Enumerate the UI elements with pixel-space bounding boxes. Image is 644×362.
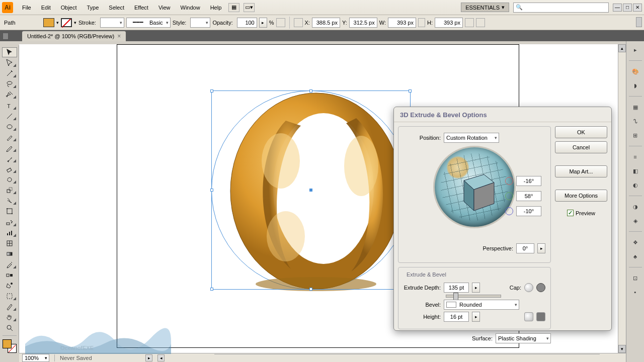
style-dropdown[interactable]	[190, 18, 210, 28]
gradient-tool[interactable]	[2, 249, 17, 259]
rotate-z-input[interactable]	[516, 206, 541, 216]
magic-wand-tool[interactable]	[2, 68, 17, 78]
transform-icon[interactable]	[294, 18, 303, 27]
align-icon[interactable]	[465, 18, 474, 27]
status-menu-button[interactable]: ▸	[145, 354, 152, 361]
bridge-icon[interactable]: ▦	[228, 3, 239, 12]
rotation-trackball[interactable]	[433, 146, 516, 228]
direct-selection-tool[interactable]	[2, 58, 17, 68]
eraser-tool[interactable]	[2, 164, 17, 174]
ok-button[interactable]: OK	[555, 126, 607, 138]
line-tool[interactable]	[2, 111, 17, 121]
menu-edit[interactable]: Edit	[36, 3, 56, 13]
bevel-dropdown[interactable]: Rounded	[444, 300, 519, 310]
pencil-tool[interactable]	[2, 143, 17, 153]
cap-off-icon[interactable]	[536, 283, 545, 292]
link-wh-icon[interactable]	[418, 18, 425, 27]
x-input[interactable]	[312, 18, 340, 28]
blend-tool[interactable]	[2, 270, 17, 280]
selection-bounding-box[interactable]	[211, 90, 411, 290]
cancel-button[interactable]: Cancel	[555, 141, 607, 153]
hscroll-left-button[interactable]: ◂	[157, 354, 165, 361]
fill-swatch[interactable]	[43, 18, 54, 27]
surface-dropdown[interactable]: Plastic Shading	[496, 333, 551, 343]
perspective-stepper[interactable]: ▸	[537, 243, 545, 253]
free-transform-tool[interactable]	[2, 206, 17, 216]
isolate-icon[interactable]	[476, 18, 485, 27]
selection-tool[interactable]	[2, 47, 17, 57]
symbols-panel-icon[interactable]: ⊞	[629, 130, 641, 141]
menu-view[interactable]: View	[153, 3, 176, 13]
horizontal-scrollbar[interactable]	[214, 354, 600, 362]
scroll-down-button[interactable]: ▾	[618, 345, 626, 353]
slice-tool[interactable]	[2, 302, 17, 312]
appearance-panel-icon[interactable]: ◑	[629, 201, 641, 212]
type-tool[interactable]: T	[2, 100, 17, 110]
document-tab[interactable]: Untitled-2* @ 100% (RGB/Preview) ×	[22, 31, 126, 41]
maximize-button[interactable]: □	[623, 4, 632, 12]
more-options-button[interactable]: More Options	[555, 190, 607, 202]
menu-type[interactable]: Type	[82, 3, 104, 13]
lasso-tool[interactable]	[2, 79, 17, 89]
map-art-button[interactable]: Map Art...	[555, 165, 607, 177]
transparency-panel-icon[interactable]: ◐	[629, 179, 641, 191]
depth-stepper[interactable]: ▸	[472, 283, 480, 293]
arrange-icon[interactable]: ▭▾	[244, 3, 255, 12]
vertical-scrollbar[interactable]: ▴ ▾	[618, 44, 626, 353]
height-stepper[interactable]: ▸	[472, 312, 480, 322]
minimize-button[interactable]: —	[613, 4, 622, 12]
position-dropdown[interactable]: Custom Rotation	[444, 133, 499, 143]
rotate-x-input[interactable]	[516, 176, 541, 186]
gradient-panel-icon[interactable]: ◧	[629, 165, 641, 176]
paintbrush-tool[interactable]	[2, 132, 17, 142]
w-input[interactable]	[388, 18, 416, 28]
opacity-stepper[interactable]: ▸	[259, 18, 267, 28]
blob-brush-tool[interactable]	[2, 153, 17, 163]
warp-tool[interactable]	[2, 196, 17, 206]
height-input[interactable]	[444, 312, 469, 322]
transform-panel-icon[interactable]: ▪	[629, 287, 641, 298]
y-input[interactable]	[349, 18, 377, 28]
live-paint-tool[interactable]	[2, 281, 17, 291]
menu-select[interactable]: Select	[104, 3, 129, 13]
pen-tool[interactable]	[2, 89, 17, 100]
swatches-panel-icon[interactable]: ▦	[629, 102, 641, 113]
zoom-tool[interactable]	[2, 323, 17, 333]
menu-window[interactable]: Window	[176, 3, 205, 13]
bevel-out-icon[interactable]	[536, 312, 545, 321]
menu-file[interactable]: File	[17, 3, 36, 13]
brush-dropdown[interactable]: ━━━ Basic	[126, 18, 171, 28]
recolor-icon[interactable]	[276, 18, 285, 27]
symbol-sprayer-tool[interactable]	[2, 217, 17, 227]
perspective-input[interactable]	[516, 243, 534, 253]
expand-dock-icon[interactable]	[3, 33, 9, 40]
eyedropper-tool[interactable]	[2, 259, 17, 269]
stroke-swatch[interactable]	[61, 18, 72, 27]
mesh-tool[interactable]	[2, 238, 17, 248]
brushes-panel-icon[interactable]: ᔐ	[629, 116, 641, 127]
scale-tool[interactable]	[2, 185, 17, 195]
cap-on-icon[interactable]	[524, 283, 533, 292]
menu-help[interactable]: Help	[205, 3, 227, 13]
depth-slider[interactable]	[446, 295, 501, 298]
tools-hint-icon[interactable]: ▸	[629, 44, 641, 55]
stroke-panel-icon[interactable]: ≡	[629, 151, 641, 162]
preview-checkbox[interactable]: ✓ Preview	[555, 210, 607, 216]
bevel-in-icon[interactable]	[524, 312, 533, 321]
fill-stroke-swatch[interactable]	[3, 339, 17, 353]
search-box[interactable]: 🔍	[513, 3, 609, 13]
graph-tool[interactable]	[2, 228, 17, 238]
align-panel-icon[interactable]: ⊡	[629, 273, 641, 284]
zoom-dropdown[interactable]: 100%	[22, 354, 49, 362]
color-panel-icon[interactable]: 🎨	[629, 66, 641, 77]
shape-tool[interactable]	[2, 122, 17, 132]
opacity-input[interactable]	[237, 18, 257, 28]
workspace-switcher[interactable]: ESSENTIALS▾	[461, 3, 509, 12]
menu-effect[interactable]: Effect	[129, 3, 153, 13]
document-tab-close[interactable]: ×	[117, 33, 121, 40]
search-input[interactable]	[525, 5, 606, 11]
hand-tool[interactable]	[2, 312, 17, 322]
h-input[interactable]	[435, 18, 463, 28]
close-button[interactable]: ✕	[633, 4, 642, 12]
menu-object[interactable]: Object	[56, 3, 82, 13]
